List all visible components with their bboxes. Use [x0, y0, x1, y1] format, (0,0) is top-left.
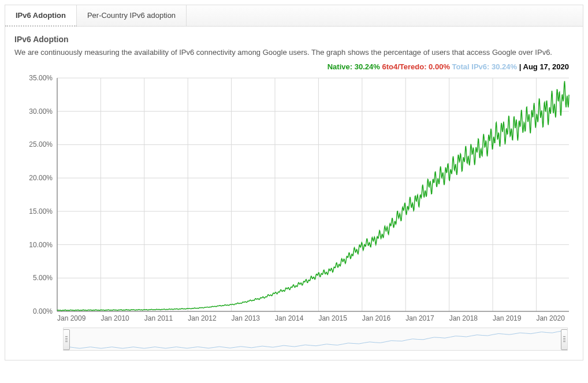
tab-content: IPv6 Adoption We are continuously measur…: [5, 27, 583, 360]
svg-text:Jan 2011: Jan 2011: [144, 314, 173, 322]
svg-text:5.00%: 5.00%: [33, 274, 53, 282]
svg-text:Jan 2013: Jan 2013: [232, 314, 260, 322]
tab-per-country[interactable]: Per-Country IPv6 adoption: [77, 5, 187, 26]
svg-text:Jan 2018: Jan 2018: [449, 314, 478, 322]
svg-text:20.00%: 20.00%: [29, 174, 53, 182]
svg-text:Jan 2014: Jan 2014: [275, 314, 304, 322]
range-slider-handle-right[interactable]: [561, 329, 568, 350]
legend-native: Native: 30.24%: [328, 62, 382, 71]
svg-text:30.00%: 30.00%: [29, 107, 53, 116]
section-description: We are continuously measuring the availa…: [14, 47, 574, 58]
legend-teredo-label: 6to4/Teredo:: [382, 62, 426, 71]
legend-native-label: Native:: [328, 62, 352, 71]
range-slider-preview: [64, 328, 568, 349]
section-title: IPv6 Adoption: [14, 35, 574, 44]
legend-native-value: 30.24%: [355, 62, 380, 71]
legend-teredo: 6to4/Teredo: 0.00%: [382, 62, 452, 71]
svg-text:10.00%: 10.00%: [29, 241, 53, 249]
legend-total-value: 30.24%: [492, 62, 517, 71]
line-chart[interactable]: 0.00%5.00%10.00%15.00%20.00%25.00%30.00%…: [14, 72, 575, 326]
svg-text:Jan 2020: Jan 2020: [536, 314, 565, 322]
legend-total-label: Total IPv6:: [452, 62, 490, 71]
legend-total: Total IPv6: 30.24%: [452, 62, 519, 71]
chart-legend: Native: 30.24% 6to4/Teredo: 0.00% Total …: [14, 62, 574, 71]
tab-ipv6-adoption[interactable]: IPv6 Adoption: [5, 5, 77, 27]
svg-text:Jan 2012: Jan 2012: [188, 314, 217, 322]
chart-area[interactable]: 0.00%5.00%10.00%15.00%20.00%25.00%30.00%…: [14, 72, 575, 326]
chart-card: IPv6 Adoption Per-Country IPv6 adoption …: [5, 5, 583, 360]
svg-text:Jan 2015: Jan 2015: [318, 314, 347, 322]
svg-text:15.00%: 15.00%: [29, 207, 53, 215]
svg-text:0.00%: 0.00%: [33, 307, 53, 315]
svg-text:Jan 2017: Jan 2017: [405, 314, 434, 322]
range-slider-handle-left[interactable]: [63, 329, 70, 350]
range-slider[interactable]: [63, 328, 568, 351]
svg-text:Jan 2019: Jan 2019: [493, 314, 522, 322]
svg-text:Jan 2010: Jan 2010: [101, 314, 129, 322]
tab-bar: IPv6 Adoption Per-Country IPv6 adoption: [5, 5, 583, 27]
svg-text:25.00%: 25.00%: [29, 141, 53, 149]
legend-teredo-value: 0.00%: [429, 62, 450, 71]
svg-text:Jan 2009: Jan 2009: [57, 314, 86, 322]
svg-text:Jan 2016: Jan 2016: [362, 314, 391, 322]
legend-date: | Aug 17, 2020: [519, 62, 569, 71]
svg-text:35.00%: 35.00%: [29, 74, 53, 82]
